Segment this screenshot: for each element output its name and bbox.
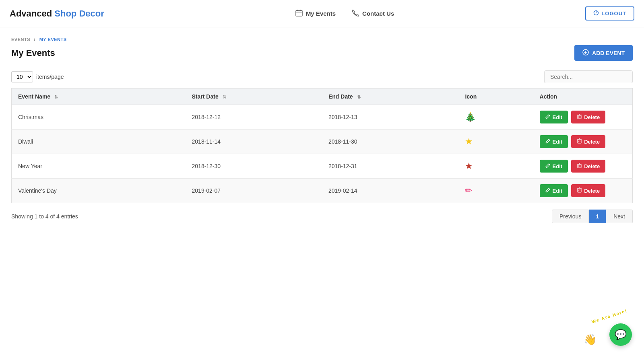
trash-icon: [577, 114, 582, 120]
breadcrumb: EVENTS / MY EVENTS: [11, 37, 633, 42]
showing-text: Showing 1 to 4 of 4 entries: [11, 213, 78, 220]
plus-circle-icon: [582, 49, 589, 57]
table-controls: 10 25 50 items/page: [11, 70, 633, 83]
end-date-cell: 2018-12-13: [322, 105, 458, 130]
table-body: Christmas 2018-12-12 2018-12-13 🎄 Edit: [12, 105, 633, 203]
start-date-cell: 2018-12-30: [186, 154, 322, 179]
trash-icon: [577, 187, 582, 194]
icon-cell: ★: [458, 130, 533, 154]
nav-my-events[interactable]: My Events: [295, 9, 336, 18]
add-event-button[interactable]: ADD EVENT: [574, 45, 633, 61]
search-input[interactable]: [544, 70, 633, 83]
table-row: New Year 2018-12-30 2018-12-31 ★ Edit: [12, 154, 633, 179]
icon-cell: ★: [458, 154, 533, 179]
action-cell: Edit Delete: [533, 154, 633, 179]
breadcrumb-sep: /: [34, 37, 36, 42]
main-nav: My Events Contact Us: [295, 9, 394, 18]
start-date-cell: 2018-12-12: [186, 105, 322, 130]
add-event-label: ADD EVENT: [592, 50, 625, 56]
items-per-page-select[interactable]: 10 25 50: [11, 71, 33, 82]
phone-icon: [352, 9, 359, 18]
col-end-date[interactable]: End Date ⇅: [322, 88, 458, 105]
edit-button[interactable]: Edit: [540, 135, 568, 148]
col-action: Action: [533, 88, 633, 105]
svg-rect-16: [578, 140, 581, 143]
breadcrumb-events: EVENTS: [11, 37, 30, 42]
start-date-cell: 2019-02-07: [186, 179, 322, 203]
brand-name-blue: Shop Decor: [54, 8, 104, 19]
power-icon: [593, 10, 599, 17]
table-header: Event Name ⇅ Start Date ⇅ End Date ⇅ Ico…: [12, 88, 633, 105]
brand-logo: Advanced Shop Decor: [10, 8, 104, 19]
end-date-cell: 2019-02-14: [322, 179, 458, 203]
sort-icon-name: ⇅: [54, 95, 58, 100]
table-footer: Showing 1 to 4 of 4 entries Previous 1 N…: [11, 210, 633, 223]
event-name-cell: Christmas: [12, 105, 186, 130]
logout-button[interactable]: LOGOUT: [585, 6, 634, 21]
table-row: Valentine's Day 2019-02-07 2019-02-14 ✏ …: [12, 179, 633, 203]
icon-cell: ✏: [458, 179, 533, 203]
start-date-cell: 2018-11-14: [186, 130, 322, 154]
table-row: Diwali 2018-11-14 2018-11-30 ★ Edit: [12, 130, 633, 154]
pagination: Previous 1 Next: [552, 210, 633, 223]
event-name-cell: Diwali: [12, 130, 186, 154]
icon-cell: 🎄: [458, 105, 533, 130]
header: Advanced Shop Decor My Events Contact Us: [0, 0, 644, 27]
edit-icon: [545, 163, 551, 169]
page-title: My Events: [11, 48, 55, 58]
svg-rect-10: [578, 115, 581, 119]
edit-icon: [545, 138, 551, 145]
events-table: Event Name ⇅ Start Date ⇅ End Date ⇅ Ico…: [11, 88, 633, 203]
items-per-page-label: items/page: [36, 74, 64, 80]
edit-icon: [545, 187, 551, 194]
edit-button[interactable]: Edit: [540, 184, 568, 197]
next-button[interactable]: Next: [606, 210, 633, 223]
svg-rect-22: [578, 165, 581, 168]
action-cell: Edit Delete: [533, 179, 633, 203]
event-name-cell: Valentine's Day: [12, 179, 186, 203]
edit-button[interactable]: Edit: [540, 111, 568, 123]
nav-contact-us[interactable]: Contact Us: [352, 9, 394, 18]
svg-rect-0: [296, 10, 302, 16]
delete-button[interactable]: Delete: [571, 135, 605, 148]
trash-icon: [577, 163, 582, 169]
end-date-cell: 2018-11-30: [322, 130, 458, 154]
col-icon: Icon: [458, 88, 533, 105]
edit-button[interactable]: Edit: [540, 160, 568, 173]
previous-button[interactable]: Previous: [552, 210, 589, 223]
col-event-name[interactable]: Event Name ⇅: [12, 88, 186, 105]
sort-icon-end: ⇅: [357, 95, 361, 100]
col-start-date[interactable]: Start Date ⇅: [186, 88, 322, 105]
breadcrumb-my-events: MY EVENTS: [39, 37, 67, 42]
main-content: EVENTS / MY EVENTS My Events ADD EVENT 1…: [0, 27, 644, 233]
current-page[interactable]: 1: [589, 210, 606, 223]
brand-name-black: Advanced: [10, 8, 52, 19]
svg-rect-28: [578, 189, 581, 192]
end-date-cell: 2018-12-31: [322, 154, 458, 179]
delete-button[interactable]: Delete: [571, 184, 605, 197]
page-header: My Events ADD EVENT: [11, 45, 633, 61]
table-row: Christmas 2018-12-12 2018-12-13 🎄 Edit: [12, 105, 633, 130]
logout-label: LOGOUT: [601, 10, 626, 16]
trash-icon: [577, 138, 582, 145]
nav-my-events-label: My Events: [306, 10, 336, 17]
action-cell: Edit Delete: [533, 130, 633, 154]
calendar-icon: [295, 9, 303, 18]
sort-icon-start: ⇅: [223, 95, 226, 100]
delete-button[interactable]: Delete: [571, 160, 605, 173]
action-cell: Edit Delete: [533, 105, 633, 130]
edit-icon: [545, 114, 551, 120]
delete-button[interactable]: Delete: [571, 111, 605, 123]
items-per-page-control: 10 25 50 items/page: [11, 71, 64, 82]
nav-contact-us-label: Contact Us: [362, 10, 394, 17]
event-name-cell: New Year: [12, 154, 186, 179]
